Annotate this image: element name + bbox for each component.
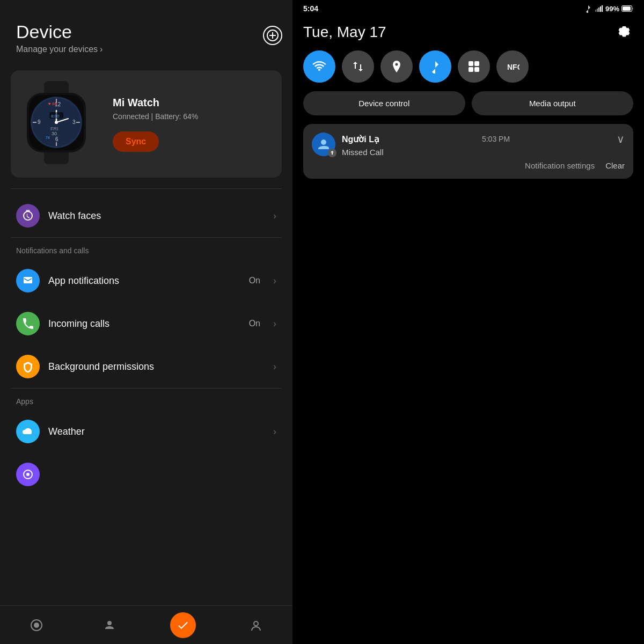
svg-rect-37 <box>623 6 631 11</box>
header: Device Manage your devices › <box>0 0 292 65</box>
notif-message: Missed Call <box>342 148 625 157</box>
chevron-right-icon: › <box>100 45 103 54</box>
menu-item-background-permissions[interactable]: Background permissions › <box>0 345 292 388</box>
svg-rect-40 <box>469 67 473 72</box>
svg-rect-35 <box>602 5 603 12</box>
notif-avatar <box>312 133 335 156</box>
chevron-right-icon: › <box>273 426 276 437</box>
left-panel: Device Manage your devices › <box>0 0 292 644</box>
incoming-calls-value: On <box>249 319 260 328</box>
svg-point-30 <box>254 621 258 626</box>
device-control-button[interactable]: Device control <box>303 91 465 115</box>
apps-section-label: Apps <box>0 389 292 410</box>
svg-text:3: 3 <box>72 119 76 125</box>
nfc-tile[interactable]: NFC <box>496 50 529 83</box>
profile-icon <box>248 618 264 633</box>
add-device-button[interactable] <box>263 26 282 45</box>
nav-profile[interactable] <box>219 606 292 644</box>
svg-rect-34 <box>600 6 601 12</box>
device-name: Mi Watch <box>113 97 271 109</box>
chevron-right-icon: › <box>273 361 276 372</box>
location-tile[interactable] <box>380 50 413 83</box>
app-notifications-icon <box>16 269 40 292</box>
menu-item-weather[interactable]: Weather › <box>0 410 292 453</box>
incoming-calls-icon <box>16 312 40 335</box>
bluetooth-status-icon <box>584 4 592 13</box>
nav-home[interactable] <box>0 606 73 644</box>
media-output-button[interactable]: Media output <box>472 91 634 115</box>
app-notifications-value: On <box>249 276 260 286</box>
svg-text:♥ 68: ♥ 68 <box>48 101 57 106</box>
clock: 5:04 <box>303 4 318 13</box>
svg-text:NFC: NFC <box>507 63 519 71</box>
svg-point-15 <box>55 121 58 124</box>
weather-label: Weather <box>48 426 265 437</box>
location-icon <box>390 60 404 74</box>
clear-notification-button[interactable]: Clear <box>605 161 625 170</box>
svg-point-27 <box>26 473 30 476</box>
battery-icon <box>621 5 633 12</box>
svg-point-29 <box>34 623 39 628</box>
svg-rect-33 <box>598 8 599 12</box>
svg-rect-41 <box>474 67 479 72</box>
data-transfer-icon <box>351 60 365 74</box>
bottom-nav <box>0 605 292 644</box>
weather-icon <box>16 420 40 443</box>
nav-contacts[interactable] <box>73 606 146 644</box>
notif-content: Người Lạ 5:03 PM ∨ Missed Call <box>342 133 625 157</box>
settings-button[interactable] <box>614 23 633 42</box>
quick-tiles: NFC <box>292 50 644 91</box>
wifi-tile[interactable] <box>303 50 335 83</box>
watch-faces-label: Watch faces <box>48 210 265 222</box>
bluetooth-tile[interactable] <box>419 50 451 83</box>
extra-app-icon <box>16 463 40 486</box>
grid-icon <box>467 60 481 74</box>
svg-text:9: 9 <box>38 119 41 125</box>
header-subtitle[interactable]: Manage your devices › <box>16 45 276 54</box>
data-transfer-tile[interactable] <box>342 50 374 83</box>
notif-badge <box>328 149 336 157</box>
status-icons: 99% <box>584 4 633 13</box>
svg-text:30: 30 <box>52 131 57 136</box>
menu-list: Watch faces › Notifications and calls Ap… <box>0 189 292 605</box>
empty-area <box>292 185 644 644</box>
device-card: 12 3 6 9 8:00 FRI 30 ♥ 68 74 Mi Watch Co… <box>11 70 282 178</box>
notif-name-row: Người Lạ 5:03 PM ∨ <box>342 133 625 145</box>
home-icon <box>29 618 44 633</box>
sync-button[interactable]: Sync <box>113 131 159 152</box>
windows-tile[interactable] <box>458 50 490 83</box>
menu-item-app-notifications[interactable]: App notifications On › <box>0 259 292 302</box>
incoming-calls-label: Incoming calls <box>48 318 240 330</box>
nfc-icon: NFC <box>506 60 519 74</box>
chevron-right-icon: › <box>273 210 276 222</box>
manage-devices-label: Manage your devices <box>16 45 98 54</box>
svg-text:6: 6 <box>55 136 58 142</box>
background-permissions-icon <box>16 355 40 378</box>
menu-item-watch-faces[interactable]: Watch faces › <box>0 194 292 237</box>
signal-icon <box>595 4 603 13</box>
app-notifications-label: App notifications <box>48 275 240 287</box>
menu-item-incoming-calls[interactable]: Incoming calls On › <box>0 302 292 345</box>
svg-text:74: 74 <box>46 136 50 140</box>
notification-settings-button[interactable]: Notification settings <box>525 161 595 170</box>
notification-card: Người Lạ 5:03 PM ∨ Missed Call Notificat… <box>303 124 633 179</box>
notif-name: Người Lạ <box>342 134 379 144</box>
watch-faces-icon <box>16 204 40 228</box>
notifications-section-label: Notifications and calls <box>0 238 292 259</box>
page-title: Device <box>16 21 276 42</box>
watch-image: 12 3 6 9 8:00 FRI 30 ♥ 68 74 <box>21 81 102 167</box>
notif-time: 5:03 PM <box>482 135 510 143</box>
right-panel: 5:04 99% Tue, May 17 <box>292 0 644 644</box>
chevron-right-icon: › <box>273 318 276 330</box>
action-buttons: Device control Media output <box>292 91 644 124</box>
bluetooth-icon <box>428 60 442 74</box>
svg-rect-31 <box>595 10 596 12</box>
check-icon <box>170 612 196 638</box>
menu-item-extra-app[interactable] <box>0 453 292 502</box>
nav-check[interactable] <box>147 606 219 644</box>
expand-icon[interactable]: ∨ <box>617 133 625 145</box>
battery: 99% <box>605 5 619 13</box>
svg-rect-32 <box>597 9 598 12</box>
device-info: Mi Watch Connected | Battery: 64% Sync <box>113 97 271 152</box>
status-bar: 5:04 99% <box>292 0 644 17</box>
